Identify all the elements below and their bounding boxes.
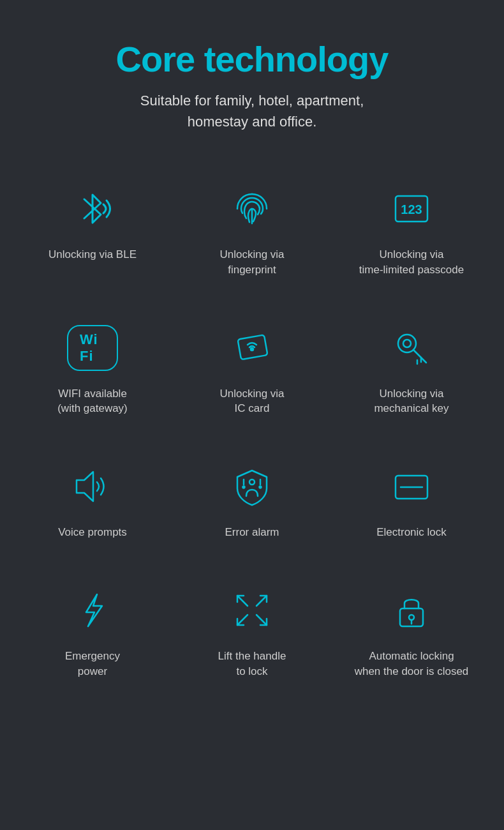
feature-iccard: Unlocking viaIC card (172, 303, 332, 442)
emergency-icon (67, 585, 118, 636)
voice-icon (67, 461, 118, 512)
fingerprint-label: Unlocking viafingerprint (219, 247, 284, 278)
svg-line-20 (256, 615, 267, 625)
emergency-label: Emergencypower (65, 649, 120, 679)
page-header: Core technology Suitable for family, hot… (116, 38, 389, 132)
svg-point-10 (249, 479, 255, 485)
svg-point-3 (251, 348, 253, 351)
lifthandle-label: Lift the handleto lock (218, 649, 286, 679)
svg-line-6 (413, 350, 426, 363)
features-grid: Unlocking via BLE Unlocking viafingerpri… (13, 164, 491, 705)
feature-autolock: Automatic lockingwhen the door is closed (332, 566, 491, 705)
voice-label: Voice prompts (58, 525, 127, 540)
svg-text:123: 123 (401, 202, 422, 216)
wifi-icon: Wi Fi (67, 322, 118, 374)
svg-line-17 (237, 596, 248, 606)
alarm-icon (226, 461, 278, 512)
autolock-icon (386, 585, 437, 636)
svg-point-5 (403, 340, 411, 347)
passcode-label: Unlocking viatime-limited passcode (359, 247, 464, 278)
feature-alarm: Error alarm (172, 442, 332, 566)
ble-label: Unlocking via BLE (48, 247, 137, 262)
passcode-icon: 123 (386, 183, 437, 234)
fingerprint-icon (226, 183, 278, 234)
feature-voice: Voice prompts (13, 442, 172, 566)
feature-mechkey: Unlocking viamechanical key (332, 303, 491, 442)
wifi-badge: Wi Fi (67, 325, 118, 371)
feature-emergency: Emergencypower (13, 566, 172, 705)
feature-lifthandle: Lift the handleto lock (172, 566, 332, 705)
svg-line-18 (256, 596, 267, 606)
mechkey-label: Unlocking viamechanical key (374, 386, 448, 417)
feature-wifi: Wi Fi WIFI available(with gateway) (13, 303, 172, 442)
alarm-label: Error alarm (225, 525, 279, 540)
mechkey-icon (386, 322, 437, 374)
feature-fingerprint: Unlocking viafingerprint (172, 164, 332, 303)
lifthandle-icon (226, 585, 278, 636)
bluetooth-icon (67, 183, 118, 234)
svg-line-19 (237, 615, 248, 625)
elock-icon (386, 461, 437, 512)
wifi-label: WIFI available(with gateway) (57, 386, 128, 417)
page-title: Core technology (116, 38, 389, 80)
svg-point-14 (260, 487, 262, 488)
svg-rect-2 (238, 335, 268, 359)
feature-ble: Unlocking via BLE (13, 164, 172, 303)
page-subtitle: Suitable for family, hotel, apartment,ho… (116, 90, 389, 132)
elock-label: Electronic lock (376, 525, 447, 540)
autolock-label: Automatic lockingwhen the door is closed (355, 649, 469, 679)
feature-elock: Electronic lock (332, 442, 491, 566)
iccard-icon (226, 322, 278, 374)
iccard-label: Unlocking viaIC card (219, 386, 284, 417)
svg-marker-9 (77, 472, 93, 501)
feature-passcode: 123 Unlocking viatime-limited passcode (332, 164, 491, 303)
svg-point-12 (243, 487, 245, 488)
